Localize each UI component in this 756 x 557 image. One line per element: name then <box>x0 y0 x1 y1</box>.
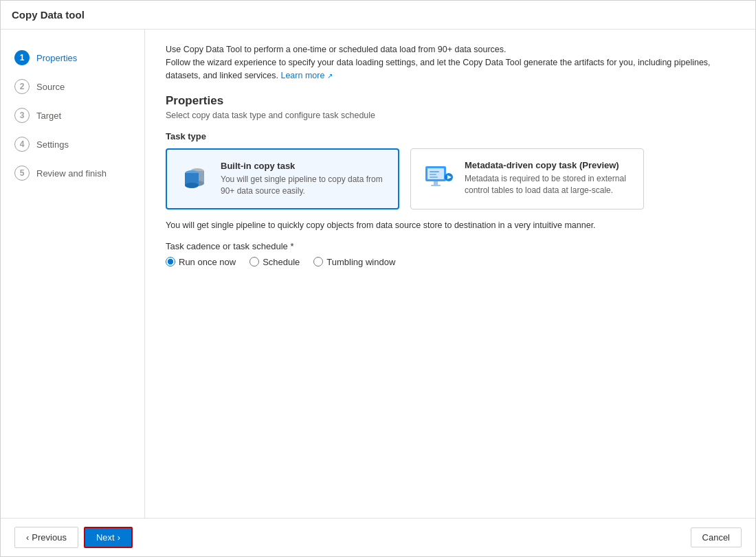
content-area: Use Copy Data Tool to perform a one-time… <box>145 30 755 518</box>
next-label: Next <box>96 532 115 543</box>
radio-tumbling-window-label: Tumbling window <box>326 257 395 267</box>
radio-schedule-input[interactable] <box>249 257 259 266</box>
svg-rect-13 <box>430 174 436 175</box>
step-circle-1: 1 <box>14 50 30 65</box>
window-title: Copy Data tool <box>12 9 85 21</box>
footer-left: ‹ Previous Next › <box>14 527 133 548</box>
cancel-button[interactable]: Cancel <box>691 527 742 547</box>
radio-tumbling-window[interactable]: Tumbling window <box>313 257 395 267</box>
footer: ‹ Previous Next › Cancel <box>1 518 755 556</box>
sidebar-item-review[interactable]: 5 Review and finish <box>1 159 144 187</box>
previous-label: Previous <box>32 532 67 543</box>
radio-run-once-label: Run once now <box>179 257 236 267</box>
intro-text-part1: Use Copy Data Tool to perform a one-time… <box>166 45 711 80</box>
task-description: You will get single pipeline to quickly … <box>166 220 729 230</box>
sidebar: 1 Properties 2 Source 3 Target 4 Setting… <box>1 30 145 518</box>
svg-rect-8 <box>434 181 438 185</box>
step-circle-2: 2 <box>14 79 30 94</box>
cancel-label: Cancel <box>702 532 730 543</box>
next-button[interactable]: Next › <box>84 527 133 548</box>
sidebar-label-source: Source <box>36 82 65 92</box>
svg-rect-9 <box>431 185 441 186</box>
task-card-metadata[interactable]: Metadata-driven copy task (Preview) Meta… <box>410 148 644 209</box>
sidebar-item-target[interactable]: 3 Target <box>1 101 144 130</box>
learn-more-link[interactable]: Learn more <box>280 71 324 80</box>
next-icon: › <box>118 532 120 543</box>
external-link-icon: ↗ <box>327 72 333 80</box>
radio-run-once-input[interactable] <box>166 257 175 266</box>
sidebar-item-source[interactable]: 2 Source <box>1 72 144 101</box>
sidebar-item-settings[interactable]: 4 Settings <box>1 130 144 159</box>
svg-point-5 <box>185 183 199 188</box>
radio-tumbling-window-input[interactable] <box>313 257 323 266</box>
step-circle-4: 4 <box>14 137 30 152</box>
radio-schedule-label: Schedule <box>263 257 300 267</box>
builtin-card-title: Built-in copy task <box>221 161 387 171</box>
cadence-label: Task cadence or task schedule * <box>166 241 735 251</box>
step-circle-5: 5 <box>14 166 30 181</box>
step-circle-3: 3 <box>14 108 30 123</box>
svg-rect-14 <box>430 177 438 178</box>
builtin-card-desc: You will get single pipeline to copy dat… <box>221 174 387 197</box>
section-title: Properties <box>166 94 735 108</box>
window: Copy Data tool 1 Properties 2 Source 3 T… <box>0 0 756 557</box>
builtin-card-body: Built-in copy task You will get single p… <box>221 161 387 197</box>
radio-schedule[interactable]: Schedule <box>249 257 300 267</box>
sidebar-label-properties: Properties <box>36 53 77 63</box>
main-area: 1 Properties 2 Source 3 Target 4 Setting… <box>1 30 755 518</box>
metadata-card-body: Metadata-driven copy task (Preview) Meta… <box>465 160 632 196</box>
sidebar-item-properties[interactable]: 1 Properties <box>1 43 144 72</box>
radio-group-cadence: Run once now Schedule Tumbling window <box>166 257 735 267</box>
metadata-icon <box>422 160 455 193</box>
title-bar: Copy Data tool <box>1 1 755 30</box>
sidebar-label-settings: Settings <box>36 139 69 150</box>
task-card-builtin[interactable]: Built-in copy task You will get single p… <box>166 148 399 209</box>
sidebar-label-target: Target <box>36 111 61 121</box>
sidebar-label-review: Review and finish <box>36 168 107 179</box>
previous-button[interactable]: ‹ Previous <box>14 527 78 548</box>
previous-icon: ‹ <box>26 532 29 543</box>
radio-run-once[interactable]: Run once now <box>166 257 236 267</box>
intro-text: Use Copy Data Tool to perform a one-time… <box>166 43 729 82</box>
section-subtitle: Select copy data task type and configure… <box>166 111 735 120</box>
task-cards: Built-in copy task You will get single p… <box>166 148 735 209</box>
builtin-icon <box>178 161 211 194</box>
metadata-card-desc: Metadata is required to be stored in ext… <box>465 173 632 196</box>
task-type-label: Task type <box>166 131 735 141</box>
svg-rect-12 <box>430 171 439 172</box>
metadata-card-title: Metadata-driven copy task (Preview) <box>465 160 632 170</box>
